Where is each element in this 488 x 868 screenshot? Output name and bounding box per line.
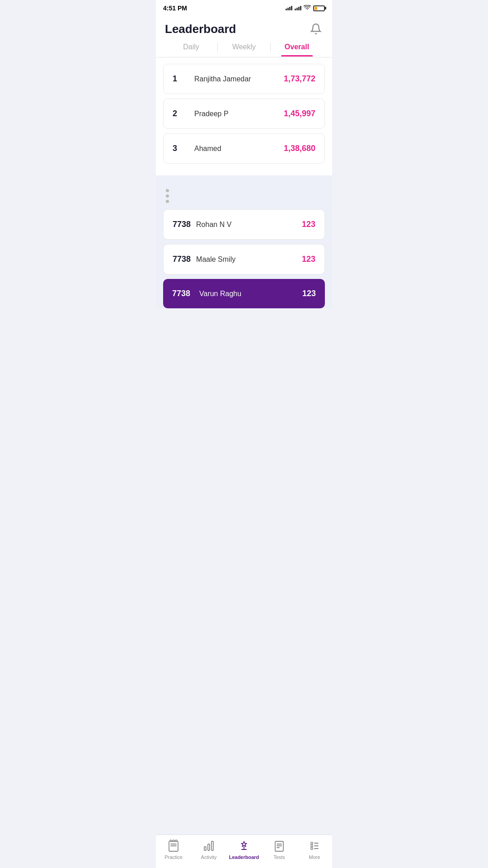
nav-leaderboard[interactable]: Leaderboard [226,840,262,860]
nav-more[interactable]: More [297,840,332,860]
svg-rect-17 [311,848,313,849]
top-leaderboard-section: 1 Ranjitha Jamedar 1,73,772 2 Pradeep P … [156,57,332,175]
leaderboard-row-1: 1 Ranjitha Jamedar 1,73,772 [163,64,325,94]
nav-activity[interactable]: Activity [191,840,226,860]
leaderboard-row-nearby-2: 7738 Maale Smily 123 [163,244,325,274]
score-nearby-2: 123 [302,255,315,264]
nav-more-label: More [309,854,320,860]
wifi-icon [304,5,311,12]
svg-rect-3 [204,847,206,850]
name-1: Ranjitha Jamedar [189,75,284,83]
tab-overall[interactable]: Overall [271,43,323,57]
main-content: 1 Ranjitha Jamedar 1,73,772 2 Pradeep P … [156,57,332,344]
app-header: Leaderboard [156,14,332,36]
svg-rect-15 [311,842,313,844]
score-2: 1,45,997 [284,109,315,118]
leaderboard-row-3: 3 Ahamed 1,38,680 [163,133,325,164]
tabs-container: Daily Weekly Overall [156,36,332,57]
svg-rect-8 [275,841,283,851]
status-time: 4:51 PM [163,5,187,12]
current-user-name: Varun Raghu [194,290,302,298]
name-2: Pradeep P [189,110,284,118]
signal-icon [286,6,292,10]
dot-3 [166,200,169,203]
tab-daily[interactable]: Daily [165,43,217,57]
rank-nearby-2: 7738 [173,255,191,264]
leaderboard-row-2: 2 Pradeep P 1,45,997 [163,99,325,129]
nav-practice-label: Practice [164,854,183,860]
score-nearby-1: 123 [302,220,315,229]
nav-tests-label: Tests [273,854,285,860]
current-user-row: 7738 Varun Raghu 123 [163,279,325,308]
ellipsis-dots [163,183,325,209]
name-nearby-2: Maale Smily [191,255,302,264]
nav-activity-label: Activity [201,854,217,860]
middle-section: 7738 Rohan N V 123 7738 Maale Smily 123 … [156,175,332,308]
status-bar: 4:51 PM [156,0,332,14]
name-3: Ahamed [189,145,284,153]
score-1: 1,73,772 [284,74,315,84]
nav-practice[interactable]: Practice [156,840,191,860]
rank-1: 1 [173,74,189,84]
svg-rect-0 [169,841,178,851]
rank-nearby-1: 7738 [173,220,191,229]
score-3: 1,38,680 [284,144,315,153]
dot-1 [166,189,169,192]
page-title: Leaderboard [165,22,236,36]
bottom-nav: Practice Activity Leaderboard Tests [156,835,332,868]
nav-tests[interactable]: Tests [262,840,297,860]
current-user-rank: 7738 [172,289,194,298]
rank-2: 2 [173,109,189,118]
name-nearby-1: Rohan N V [191,221,302,229]
status-icons [286,5,325,12]
leaderboard-row-nearby-1: 7738 Rohan N V 123 [163,209,325,240]
tab-weekly[interactable]: Weekly [218,43,270,57]
rank-3: 3 [173,144,189,153]
signal-icon-2 [295,6,301,10]
svg-rect-4 [208,844,210,850]
svg-rect-16 [311,845,313,847]
nav-leaderboard-label: Leaderboard [229,854,259,860]
svg-rect-5 [211,841,213,850]
dot-2 [166,194,169,198]
current-user-score: 123 [302,289,316,298]
battery-icon [313,5,325,11]
notification-button[interactable] [309,22,323,36]
